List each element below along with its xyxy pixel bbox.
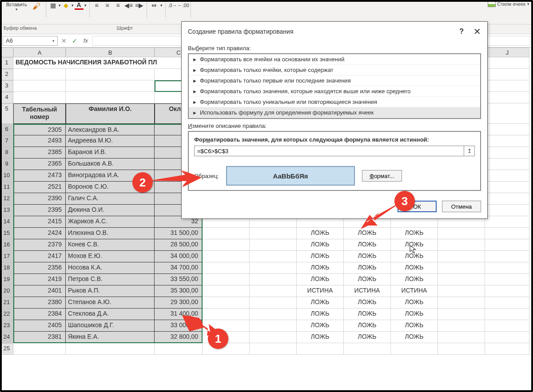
paste-button[interactable]: Вставить ▾ <box>4 1 30 12</box>
row-header[interactable]: 10 <box>0 170 13 182</box>
cell[interactable] <box>485 262 529 274</box>
cell-id[interactable]: 2401 <box>13 285 66 297</box>
cell-id[interactable]: 2405 <box>13 320 66 332</box>
cell-id[interactable]: 2417 <box>13 251 66 262</box>
cell[interactable] <box>250 274 297 285</box>
cell[interactable] <box>203 239 250 251</box>
cell[interactable] <box>344 343 391 355</box>
cell[interactable] <box>250 297 297 309</box>
cell[interactable] <box>438 309 485 320</box>
cell[interactable] <box>13 69 66 80</box>
cell-name[interactable]: Носова К.А. <box>66 262 155 274</box>
indent-increase-icon[interactable]: ≡▶ <box>135 1 144 10</box>
cell-val[interactable]: 29 300,00 <box>155 297 203 309</box>
cell[interactable] <box>203 228 250 239</box>
cell[interactable] <box>13 343 66 355</box>
cell-f[interactable]: ИСТИНА <box>297 285 344 297</box>
cell-h[interactable]: ЛОЖЬ <box>391 239 438 251</box>
cell-g[interactable]: ЛОЖЬ <box>344 251 391 262</box>
cell[interactable] <box>485 182 529 193</box>
row-header[interactable]: 21 <box>0 297 13 309</box>
rule-type-item[interactable]: ►Форматировать только значения, которые … <box>189 86 480 97</box>
cell[interactable] <box>250 332 297 343</box>
cell[interactable] <box>66 80 155 92</box>
cell[interactable] <box>485 147 529 158</box>
cell-g[interactable]: ЛОЖЬ <box>344 309 391 320</box>
cell[interactable] <box>297 343 344 355</box>
align-left-icon[interactable]: ≡ <box>92 1 101 10</box>
cell[interactable] <box>13 80 66 92</box>
rule-type-item[interactable]: ►Форматировать только ячейки, которые со… <box>189 65 480 75</box>
column-header[interactable]: A <box>13 48 66 57</box>
row-header[interactable]: 11 <box>0 182 13 193</box>
cell[interactable] <box>438 239 485 251</box>
enter-formula-icon[interactable]: ✓ <box>70 37 79 44</box>
row-header[interactable]: 24 <box>0 332 13 343</box>
cell[interactable] <box>250 239 297 251</box>
cell[interactable] <box>250 343 297 355</box>
fill-color-icon[interactable]: ◆ <box>62 1 71 10</box>
cell-id[interactable]: 2305 <box>13 124 66 135</box>
merge-icon[interactable]: ⇔ <box>150 1 159 10</box>
cell[interactable] <box>485 343 529 355</box>
cancel-button[interactable]: Отмена <box>442 201 481 212</box>
row-header[interactable]: 9 <box>0 158 13 170</box>
cell-h[interactable]: ЛОЖЬ <box>391 251 438 262</box>
cell[interactable] <box>485 124 529 135</box>
cell[interactable] <box>485 69 529 80</box>
cell-val[interactable]: 35 300,00 <box>155 285 203 297</box>
cell[interactable] <box>250 320 297 332</box>
cell[interactable] <box>66 69 155 80</box>
cell-id[interactable]: 2356 <box>13 262 66 274</box>
cell-f[interactable]: ЛОЖЬ <box>297 297 344 309</box>
row-header[interactable]: 1 <box>0 57 13 69</box>
row-header[interactable]: 8 <box>0 147 13 158</box>
cell-f[interactable]: ЛОЖЬ <box>297 251 344 262</box>
cell-val[interactable]: 33 550,00 <box>155 274 203 285</box>
cell-id[interactable]: 2424 <box>13 228 66 239</box>
row-header[interactable]: 13 <box>0 205 13 216</box>
cell-val[interactable]: 34 000,00 <box>155 251 203 262</box>
align-center-icon[interactable]: ≡ <box>103 1 112 10</box>
cell[interactable] <box>203 251 250 262</box>
align-right-icon[interactable]: ≡ <box>114 1 123 10</box>
cell[interactable] <box>66 92 155 103</box>
cell-f[interactable]: ЛОЖЬ <box>297 239 344 251</box>
row-header[interactable]: 25 <box>0 343 13 355</box>
row-header[interactable]: 19 <box>0 274 13 285</box>
cell[interactable] <box>485 57 529 69</box>
cell-name[interactable]: Баранов И.В. <box>66 147 155 158</box>
row-header[interactable]: 5 <box>0 103 13 124</box>
cell-id[interactable]: 2381 <box>13 332 66 343</box>
cell-name[interactable]: Петров С.В. <box>66 274 155 285</box>
cell[interactable] <box>203 274 250 285</box>
cell-h[interactable]: ЛОЖЬ <box>391 297 438 309</box>
cell-val[interactable]: 28 500,00 <box>155 239 203 251</box>
row-header[interactable]: 23 <box>0 320 13 332</box>
cell-f[interactable]: ЛОЖЬ <box>297 262 344 274</box>
rule-type-item[interactable]: ►Форматировать все ячейки на основании и… <box>189 54 480 65</box>
cell-styles-button[interactable]: Стили ячеек ▾ <box>488 1 529 7</box>
cell-f[interactable]: ЛОЖЬ <box>297 332 344 343</box>
cell[interactable] <box>485 205 529 216</box>
cell-f[interactable]: ЛОЖЬ <box>297 320 344 332</box>
cell[interactable] <box>485 170 529 182</box>
cell[interactable] <box>155 343 203 355</box>
cell[interactable] <box>485 80 529 92</box>
cell[interactable] <box>485 135 529 147</box>
cell[interactable] <box>250 228 297 239</box>
cell[interactable] <box>485 193 529 205</box>
cell[interactable] <box>438 320 485 332</box>
cell[interactable] <box>485 216 529 228</box>
decimal-left-icon[interactable]: .0→ <box>168 1 177 10</box>
cell-id[interactable]: 2419 <box>13 274 66 285</box>
cell-h[interactable]: ЛОЖЬ <box>391 262 438 274</box>
cell-f[interactable]: ЛОЖЬ <box>297 309 344 320</box>
cell[interactable] <box>66 343 155 355</box>
cell[interactable] <box>203 262 250 274</box>
cell[interactable] <box>203 285 250 297</box>
cell-id[interactable]: 2385 <box>13 147 66 158</box>
cell-name[interactable]: Стеклова Д.А. <box>66 309 155 320</box>
cell[interactable] <box>485 309 529 320</box>
border-icon[interactable]: ▦ <box>49 1 58 10</box>
